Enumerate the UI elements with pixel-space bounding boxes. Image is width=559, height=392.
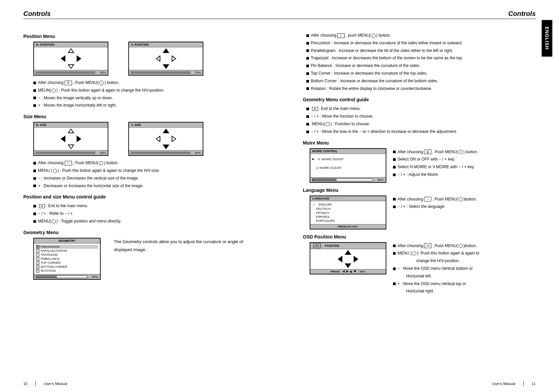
parallelogram-icon: ▱ (36, 249, 39, 252)
page-footer: 10 User's Manual User's Manual 11 (23, 381, 536, 386)
language-osd: LANGUAGE ☞ ENGLISH DEUTSCH FRANÇAI ESPAÑ… (310, 196, 386, 229)
press-arrows: PRESS KEY (310, 269, 386, 274)
text: + : Moves the image horizontally left or… (38, 103, 117, 108)
list-item: TRAPEZOID (41, 253, 58, 256)
text: change the H/V-position. (416, 258, 460, 263)
osd-icon: OSD (424, 243, 431, 248)
arrow-up-icon (345, 250, 351, 255)
exit-icon (312, 107, 318, 111)
menu-button-icon (99, 161, 103, 165)
menu-button-icon (459, 244, 463, 248)
pincushion-icon: ⧾ (36, 245, 39, 248)
menu-button-icon (372, 34, 376, 38)
right-page: Atfer choosing▢, push MENU() button. Pin… (303, 29, 536, 295)
text: After choosing (38, 161, 64, 165)
guide1-title: Position and size Menu control guide (23, 194, 256, 199)
text: MENU ( (398, 251, 412, 255)
header-left: Controls (23, 10, 51, 18)
text: : Exit to the main menu. (46, 203, 88, 208)
menu-button-icon (459, 197, 463, 201)
arrow-down-icon (354, 270, 356, 272)
geometry-title: Geometry Menu (23, 230, 256, 235)
text: Horizontal left. (406, 274, 432, 278)
text: MEUN( (38, 88, 51, 93)
size-bullets: After choosing⛶, Push MENU() button. MEN… (33, 159, 256, 190)
list-item: BOTTOM CORNER (41, 265, 67, 268)
arrow-left-icon (61, 55, 65, 62)
text: , Push MENU( (73, 80, 99, 85)
text: ) : Toggle position and menu directly. (56, 219, 121, 223)
text: , Push MENU( (73, 161, 99, 165)
text: Trapezoid : Increase or decreases the bo… (311, 56, 463, 60)
text: − / + : Move the bow in the − or + direc… (311, 129, 457, 134)
osd-pos-bullets: After choosingOSD, Push MENU()button. ME… (393, 242, 479, 295)
press-key: PRESS DO KEY (310, 224, 386, 229)
left-page: Position Menu H. POSITION 32% V. POSITIO… (23, 29, 256, 295)
geo-guide-title: Geometry Menu control guide (303, 97, 536, 102)
text: − / + : Move the function to choose. (311, 114, 373, 119)
text: , Push MENU( (432, 150, 458, 154)
moire-osd: MOIRE CONTROL ▶ H. MOIRE ADJUST V. MOIRE… (310, 148, 386, 183)
text: Top Corner : Increase or decreases the c… (311, 71, 428, 76)
arrow-down-icon (68, 64, 74, 69)
arrow-right-icon (77, 136, 81, 142)
h-size-osd: H. SIZE 43% (33, 122, 108, 156)
geometry-header: GEOMETRY (34, 238, 100, 243)
list-item: ESPAÑOL (316, 215, 330, 218)
moire-bullets: After choosing▥, Push MENU() button. Sel… (393, 148, 478, 179)
arrow-right-icon (172, 136, 176, 142)
text: − : Moves the image vertically up or dow… (38, 96, 113, 100)
text: MENU( (312, 122, 325, 126)
v-position-osd: V. POSITION 74% (128, 42, 203, 76)
menu-button-icon (52, 89, 56, 93)
text: + : Move the OSD menu Vertical top or (398, 281, 466, 286)
h-position-label: H. POSITION (34, 42, 108, 47)
h-size-label: H. SIZE (34, 123, 108, 128)
arrow-down-icon (68, 145, 74, 149)
text: − : Increases or Decreases the vertical … (38, 176, 139, 181)
osd-position-header: POSITION (325, 244, 339, 247)
position-menu-title: Position Menu (23, 34, 256, 39)
h-position-osd: H. POSITION 32% (33, 42, 108, 76)
text: : Exit to the main menu. (319, 106, 361, 111)
text: KEY (360, 270, 365, 273)
arrow-down-icon (163, 145, 169, 149)
text: , Push MENU( (432, 197, 458, 201)
text: Select H.MOIRE or V.MOIRE with − / + key… (398, 165, 475, 169)
text: ) button. (376, 33, 391, 38)
pointer-icon: ☞ (312, 203, 315, 206)
language-tab: ENGLISH (542, 20, 552, 57)
geometry-pct: 50% (89, 275, 98, 278)
arrow-right-icon (172, 55, 176, 62)
language-title: Language Menu (303, 188, 536, 193)
text: Atfer choosing (311, 33, 337, 38)
rotation-icon: ↻ (36, 269, 39, 272)
text: After choosing (398, 243, 423, 248)
arrow-right-icon (346, 270, 348, 273)
text: − / + : Adjust the Moire. (398, 172, 439, 177)
text: Horizontal right. (406, 289, 434, 293)
geometry-icon: ▢ (337, 33, 345, 38)
menu-button-icon (412, 251, 416, 255)
barcode-icon (131, 152, 190, 154)
arrow-left-icon (343, 270, 345, 273)
h-size-pct: 43% (96, 151, 106, 155)
osd-icon: OSD (313, 243, 321, 248)
text: Select ON or OFF with − / + key. (398, 157, 455, 162)
position-icon: ⊞ (65, 81, 72, 85)
text: , Push MENU( (432, 243, 458, 248)
arrow-left-icon (156, 55, 160, 62)
geometry-desc: The Geometry controls allow you to adjus… (114, 238, 256, 254)
list-item: V. MOIRE ADJUST (316, 166, 342, 170)
moire-pct: 50% (374, 178, 384, 182)
text: MENU ( (38, 168, 52, 173)
text: ) : Push this botton again & agiain to c… (58, 168, 160, 173)
list-item: FRANÇAI (316, 211, 329, 214)
exit-icon (39, 204, 45, 208)
text: − / + : Select the language. (398, 204, 445, 209)
text: Pincushion : Increase or decrease the cu… (311, 41, 463, 45)
text: After choosing (398, 197, 423, 201)
text: ) button. (463, 150, 478, 154)
list-item: PORTUGUÊS (316, 219, 335, 222)
v-size-label: V. SIZE (129, 123, 203, 128)
